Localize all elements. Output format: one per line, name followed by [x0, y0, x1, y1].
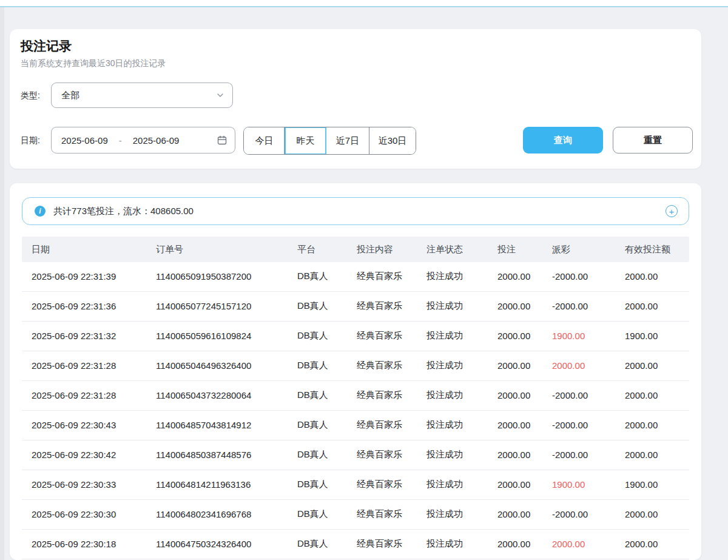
cell-content: 经典百家乐 [357, 351, 402, 380]
cell-payout: 2000.00 [552, 351, 585, 380]
cell-valid: 2000.00 [625, 411, 658, 439]
cell-content: 经典百家乐 [357, 530, 402, 558]
cell-payout: -2000.00 [552, 381, 588, 410]
table-row: 2025-06-09 22:30:431140064857043814912DB… [22, 411, 689, 440]
cell-bet: 2000.00 [497, 500, 530, 528]
reset-button[interactable]: 重置 [613, 127, 693, 153]
cell-order: 1140065091950387200 [156, 262, 251, 291]
search-button[interactable]: 查询 [523, 127, 603, 153]
cell-order: 1140064802341696768 [156, 500, 251, 528]
info-icon: i [35, 206, 46, 217]
cell-payout: 1900.00 [552, 470, 585, 499]
cell-content: 经典百家乐 [357, 322, 402, 350]
cell-platform: DB真人 [297, 440, 328, 469]
cell-content: 经典百家乐 [357, 411, 402, 439]
table-row: 2025-06-09 22:30:421140064850387448576DB… [22, 440, 689, 470]
cell-platform: DB真人 [297, 292, 328, 320]
column-header-6: 投注 [497, 237, 516, 262]
cell-status: 投注成功 [426, 292, 463, 320]
cell-date: 2025-06-09 22:31:39 [32, 262, 116, 291]
cell-valid: 1900.00 [625, 470, 658, 499]
cell-date: 2025-06-09 22:31:32 [32, 322, 116, 350]
cell-status: 投注成功 [426, 500, 463, 528]
cell-platform: DB真人 [297, 351, 328, 380]
table-row: 2025-06-09 22:30:331140064814211963136DB… [22, 470, 689, 500]
cell-status: 投注成功 [426, 322, 463, 350]
cell-order: 1140065059616109824 [156, 322, 251, 350]
column-header-7: 派彩 [552, 237, 570, 262]
cell-order: 1140064857043814912 [156, 411, 251, 439]
table-row: 2025-06-09 22:31:361140065077245157120DB… [22, 292, 689, 322]
summary-text: 共计773笔投注，流水：408605.00 [53, 206, 194, 217]
table-row: 2025-06-09 22:30:181140064750324326400DB… [22, 530, 689, 559]
cell-bet: 2000.00 [497, 411, 530, 439]
column-header-5: 注单状态 [426, 237, 463, 262]
cell-content: 经典百家乐 [357, 292, 402, 320]
cell-bet: 2000.00 [497, 470, 530, 499]
date-label: 日期: [21, 135, 40, 146]
cell-payout: -2000.00 [552, 500, 588, 528]
cell-bet: 2000.00 [497, 530, 530, 558]
cell-payout: 1900.00 [552, 322, 585, 350]
page-subtitle: 当前系统支持查询最近30日的投注记录 [21, 58, 166, 69]
cell-order: 1140065046496326400 [156, 351, 251, 380]
cell-content: 经典百家乐 [357, 500, 402, 528]
cell-date: 2025-06-09 22:30:18 [32, 530, 116, 558]
cell-date: 2025-06-09 22:31:28 [32, 351, 116, 380]
date-start-value: 2025-06-09 [61, 135, 108, 146]
date-end-value: 2025-06-09 [133, 135, 180, 146]
cell-date: 2025-06-09 22:30:43 [32, 411, 116, 439]
table-body: 2025-06-09 22:31:391140065091950387200DB… [22, 262, 689, 559]
cell-date: 2025-06-09 22:31:28 [32, 381, 116, 410]
cell-order: 1140065077245157120 [156, 292, 251, 320]
quick-range-button-4[interactable]: 近30日 [369, 127, 416, 154]
table-row: 2025-06-09 22:31:391140065091950387200DB… [22, 262, 689, 292]
column-header-8: 有效投注额 [625, 237, 670, 262]
column-header-3: 平台 [297, 237, 315, 262]
cell-status: 投注成功 [426, 381, 463, 410]
quick-range-button-2[interactable]: 昨天 [285, 127, 326, 154]
quick-range-button-1[interactable]: 今日 [244, 127, 285, 154]
cell-bet: 2000.00 [497, 292, 530, 320]
cell-platform: DB真人 [297, 381, 328, 410]
cell-date: 2025-06-09 22:30:42 [32, 440, 116, 469]
cell-valid: 2000.00 [625, 530, 658, 558]
cell-payout: -2000.00 [552, 292, 588, 320]
quick-range-group: 今日昨天近7日近30日 [243, 127, 416, 155]
cell-bet: 2000.00 [497, 351, 530, 380]
cell-valid: 2000.00 [625, 262, 658, 291]
cell-status: 投注成功 [426, 351, 463, 380]
column-header-4: 投注内容 [357, 237, 393, 262]
cell-order: 1140064814211963136 [156, 470, 251, 499]
cell-valid: 2000.00 [625, 440, 658, 469]
cell-bet: 2000.00 [497, 440, 530, 469]
cell-status: 投注成功 [426, 411, 463, 439]
page-left-edge [0, 7, 4, 560]
table-row: 2025-06-09 22:31:321140065059616109824DB… [22, 322, 689, 351]
cell-platform: DB真人 [297, 500, 328, 528]
summary-alert: i 共计773笔投注，流水：408605.00 + [22, 197, 689, 225]
cell-valid: 2000.00 [625, 351, 658, 380]
table-row: 2025-06-09 22:30:301140064802341696768DB… [22, 500, 689, 530]
cell-bet: 2000.00 [497, 381, 530, 410]
type-select[interactable]: 全部 [51, 83, 233, 108]
cell-valid: 2000.00 [625, 381, 658, 410]
date-range-input[interactable]: 2025-06-09 - 2025-06-09 [51, 127, 235, 153]
cell-bet: 2000.00 [497, 322, 530, 350]
chevron-down-icon [217, 92, 224, 99]
quick-range-button-3[interactable]: 近7日 [326, 127, 369, 154]
cell-status: 投注成功 [426, 470, 463, 499]
type-select-value: 全部 [61, 90, 79, 101]
cell-valid: 2000.00 [625, 292, 658, 320]
top-accent-line [0, 6, 728, 7]
cell-content: 经典百家乐 [357, 262, 402, 291]
calendar-icon [217, 135, 227, 145]
top-white-strip [0, 0, 728, 6]
column-header-2: 订单号 [156, 237, 183, 262]
cell-payout: -2000.00 [552, 262, 588, 291]
table-header-row: 日期订单号平台投注内容注单状态投注派彩有效投注额 [22, 237, 689, 262]
expand-plus-icon[interactable]: + [666, 205, 678, 217]
cell-bet: 2000.00 [497, 262, 530, 291]
cell-payout: -2000.00 [552, 440, 588, 469]
cell-content: 经典百家乐 [357, 470, 402, 499]
